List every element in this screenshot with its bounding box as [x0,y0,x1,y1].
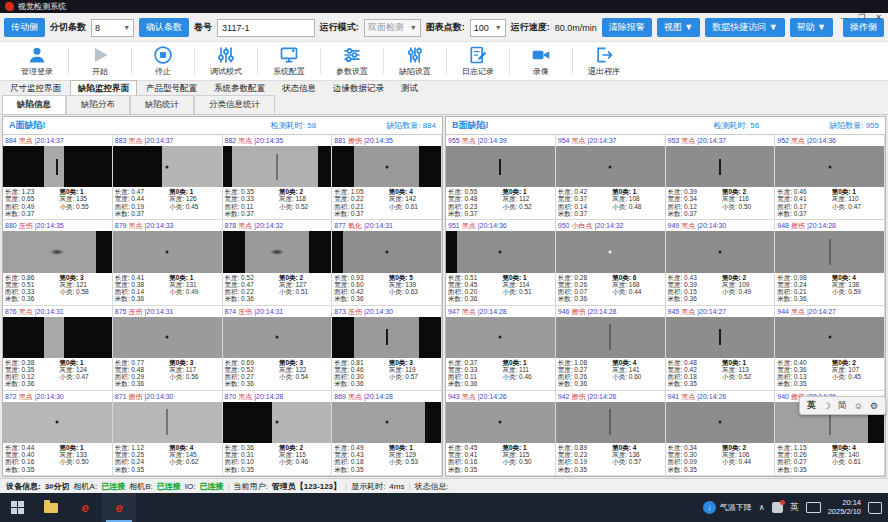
data-quick-access-menu-button[interactable]: 数据快捷访问 ▼ [705,18,784,37]
panel-b-title: B面缺陷! [452,119,489,132]
toolbar-button-monitor[interactable]: 系统配置 [258,45,320,77]
action-center-icon[interactable] [868,502,882,514]
defect-type: 黑点 [19,308,33,315]
camera-a-status: 已连接 [101,481,125,492]
defect-cell[interactable]: 871擦伤|20:14:30长度: 1.12宽度: 0.25面积: 0.24米数… [113,391,223,476]
chart-points-select[interactable]: 100 ▼ [470,19,506,37]
defect-metrics: 长度: 0.37宽度: 0.33面积: 0.11米数: 0.36 [448,359,502,389]
toolbar-button-stop[interactable]: 停止 [132,45,194,77]
defect-cell[interactable]: 946擦伤|20:14:28长度: 1.08宽度: 0.27面积: 0.26米数… [556,306,666,391]
defect-info: 长度: 0.47宽度: 0.44面积: 0.19米数: 0.37第0类: 1灰度… [113,187,222,219]
defect-cell[interactable]: 955黑点|20:14:39长度: 0.55宽度: 0.48面积: 0.23米数… [446,135,556,220]
defect-cell[interactable]: 874压伤|20:14:31长度: 0.69宽度: 0.52面积: 0.27米数… [223,306,333,391]
defect-cell[interactable]: 945黑点|20:14:27长度: 0.48宽度: 0.42面积: 0.18米数… [666,306,776,391]
defect-cell[interactable]: 882黑点|20:14:35长度: 0.35宽度: 0.33面积: 0.11米数… [223,135,333,220]
toolbar-button-sliders-h[interactable]: 参数设置 [321,45,383,77]
roll-number-input[interactable]: 3117-1 [217,19,315,37]
tray-expand-icon[interactable]: ∧ [759,503,765,512]
defect-cell[interactable]: 952黑点|20:14:36长度: 0.46宽度: 0.41面积: 0.17米数… [775,135,885,220]
defect-cell[interactable]: 880压伤|20:14:35长度: 0.86宽度: 0.51面积: 0.33米数… [3,220,113,305]
defect-cell[interactable]: 870黑点|20:14:28长度: 0.36宽度: 0.31面积: 0.10米数… [223,391,333,476]
subtab-0[interactable]: 缺陷信息 [2,95,66,114]
toolbar-button-tune[interactable]: 调试模式 [195,45,257,77]
ime-language-indicator[interactable]: 英 [790,501,799,514]
ime-moon-icon[interactable]: ☽ [823,401,831,411]
defect-cell[interactable]: 873压伤|20:14:30长度: 0.81宽度: 0.46面积: 0.30米数… [332,306,442,391]
defect-type: 压伤 [19,222,33,229]
toolbar-button-user[interactable]: 管理登录 [6,45,68,77]
defect-cell[interactable]: 875压伤|20:14:31长度: 0.77宽度: 0.48面积: 0.29米数… [113,306,223,391]
ime-settings-icon[interactable]: ⚙ [870,401,878,411]
run-mode-select[interactable]: 双面检测 ▼ [364,19,421,37]
defect-metrics: 长度: 0.55宽度: 0.48面积: 0.23米数: 0.37 [448,188,502,218]
ime-simplified-button[interactable]: 简 [838,399,847,412]
defect-cell[interactable]: 881擦伤|20:14:35长度: 1.05宽度: 0.22面积: 0.21米数… [332,135,442,220]
taskbar-app-button[interactable]: e [68,493,102,522]
confirm-strip-button[interactable]: 确认条数 [139,18,189,37]
taskbar-app-button-active[interactable]: e [102,493,136,522]
defect-cell[interactable]: 949黑点|20:14:30长度: 0.43宽度: 0.39面积: 0.15米数… [666,220,776,305]
taskbar-clock[interactable]: 20:14 2025/2/10 [828,499,861,516]
clear-alarm-button[interactable]: 清除报警 [602,18,652,37]
defect-image [446,231,555,272]
maximize-button[interactable]: ❐ [858,13,865,23]
defect-cell[interactable]: 942擦伤|20:14:26长度: 0.89宽度: 0.23面积: 0.19米数… [556,391,666,476]
view-menu-button[interactable]: 视图 ▼ [657,18,700,37]
defect-cell[interactable]: 953黑点|20:14:37长度: 0.39宽度: 0.34面积: 0.12米数… [666,135,776,220]
minimize-button[interactable]: — [840,13,848,23]
defect-id: 884 [5,137,17,144]
chart-points-value: 100 [474,23,489,33]
defect-cell[interactable]: 879黑点|20:14:33长度: 0.41宽度: 0.38面积: 0.14米数… [113,220,223,305]
defect-cell[interactable]: 878黑点|20:14:32长度: 0.52宽度: 0.47面积: 0.22米数… [223,220,333,305]
tray-notification-app-icon[interactable] [772,502,783,513]
tab-5[interactable]: 边缘数据记录 [325,80,392,97]
window-controls: — ❐ ✕ [840,13,882,23]
defect-cell[interactable]: 943黑点|20:14:26长度: 0.45宽度: 0.41面积: 0.16米数… [446,391,556,476]
defect-cell[interactable]: 869黑点|20:14:28长度: 0.49宽度: 0.43面积: 0.18米数… [332,391,442,476]
defect-cell[interactable]: 951黑点|20:14:36长度: 0.51宽度: 0.45面积: 0.20米数… [446,220,556,305]
toolbar-button-camera[interactable]: 录像 [510,45,572,77]
defect-time: |20:14:28 [364,393,393,400]
close-button[interactable]: ✕ [875,13,882,23]
ime-emoji-icon[interactable]: ☺ [854,401,863,411]
help-menu-button[interactable]: 帮助 ▼ [790,18,833,37]
subtab-2[interactable]: 缺陷统计 [130,95,194,114]
defect-cell[interactable]: 941黑点|20:14:26长度: 0.34宽度: 0.30面积: 0.09米数… [666,391,776,476]
stop-icon [153,45,173,65]
start-button[interactable] [0,493,34,522]
subtab-1[interactable]: 缺陷分布 [66,95,130,114]
defect-cell[interactable]: 876黑点|20:14:31长度: 0.38宽度: 0.35面积: 0.12米数… [3,306,113,391]
speed-value: 80.0m/min [555,23,597,33]
keyboard-icon[interactable] [806,502,821,513]
defect-cell[interactable]: 944黑点|20:14:27长度: 0.40宽度: 0.36面积: 0.13米数… [775,306,885,391]
defect-cell[interactable]: 948擦伤|20:14:28长度: 0.98宽度: 0.24面积: 0.21米数… [775,220,885,305]
defect-cell[interactable]: 954黑点|20:14:37长度: 0.42宽度: 0.37面积: 0.14米数… [556,135,666,220]
defect-cell[interactable]: 872黑点|20:14:30长度: 0.44宽度: 0.40面积: 0.16米数… [3,391,113,476]
defect-id: 947 [448,308,460,315]
defect-image [666,231,775,272]
subtab-3[interactable]: 分类信息统计 [194,95,275,114]
defect-cell[interactable]: 884黑点|20:14:37长度: 1.23宽度: 0.65面积: 0.49米数… [3,135,113,220]
defect-cell[interactable]: 947黑点|20:14:28长度: 0.37宽度: 0.33面积: 0.11米数… [446,306,556,391]
tab-4[interactable]: 状态信息 [274,80,324,97]
defect-metrics: 长度: 0.49宽度: 0.43面积: 0.18米数: 0.35 [334,444,388,474]
weather-widget[interactable]: ↓ 气温下降 [703,501,752,514]
defect-type: 黑点 [462,308,476,315]
panel-side-a: A面缺陷! 检测耗时: 58 缺陷数量: 884 884黑点|20:14:37长… [2,116,443,477]
toolbar-button-exit[interactable]: 退出程序 [573,45,635,77]
defect-mark [499,159,501,175]
defect-type: 黑点 [462,222,476,229]
toolbar-button-sliders-v[interactable]: 缺陷设置 [384,45,446,77]
file-explorer-button[interactable] [34,493,68,522]
defect-cell[interactable]: 877氧化|20:14:31长度: 0.93宽度: 0.60面积: 0.42米数… [332,220,442,305]
defect-cell[interactable]: 950小白点|20:14:32长度: 0.28宽度: 0.26面积: 0.07米… [556,220,666,305]
strip-count-select[interactable]: 8 ▼ [91,19,134,37]
defect-cell-header: 869黑点|20:14:28 [332,391,441,402]
ime-lang-button[interactable]: 英 [807,399,816,412]
defect-cell-header: 884黑点|20:14:37 [3,135,112,146]
tab-6[interactable]: 测试 [393,80,426,97]
drive-side-button[interactable]: 传动侧 [4,18,45,37]
toolbar-button-log[interactable]: 日志记录 [447,45,509,77]
defect-cell[interactable]: 883黑点|20:14:37长度: 0.47宽度: 0.44面积: 0.19米数… [113,135,223,220]
toolbar-button-play[interactable]: 开始 [69,45,131,77]
